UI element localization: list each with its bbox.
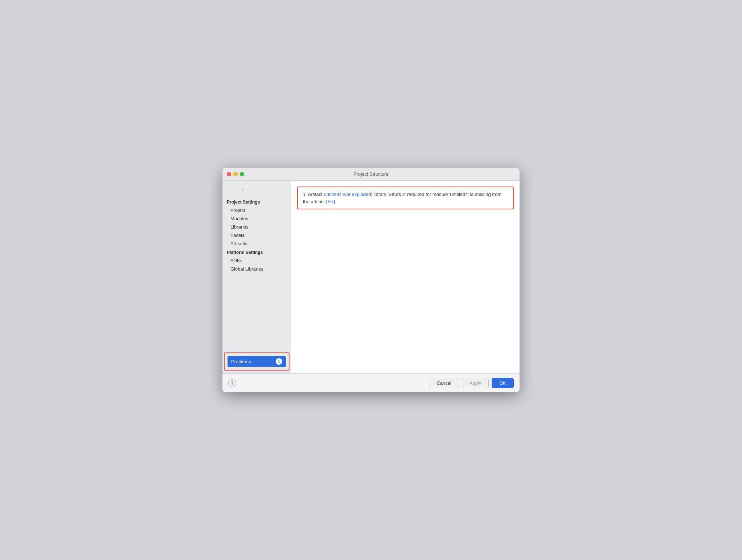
error-banner: 1. Artifact untitled4:war exploded: libr… bbox=[297, 187, 514, 209]
cancel-button[interactable]: Cancel bbox=[429, 378, 459, 388]
titlebar: Project Structure bbox=[222, 168, 520, 181]
problems-label: Problems bbox=[231, 359, 251, 364]
main-content: 1. Artifact untitled4:war exploded: libr… bbox=[291, 181, 520, 373]
sidebar-item-libraries[interactable]: Libraries bbox=[222, 223, 291, 231]
artifact-link[interactable]: untitled4:war exploded bbox=[324, 192, 371, 197]
problems-tab[interactable]: Problems 1 bbox=[228, 356, 286, 367]
sidebar-spacer bbox=[222, 273, 291, 352]
window-title: Project Structure bbox=[354, 171, 389, 177]
sidebar-item-project[interactable]: Project bbox=[222, 206, 291, 214]
sidebar-item-artifacts[interactable]: Artifacts bbox=[222, 239, 291, 248]
ok-button[interactable]: OK bbox=[492, 378, 514, 388]
nav-arrows: ← → bbox=[222, 184, 291, 197]
sidebar-item-facets[interactable]: Facets bbox=[222, 231, 291, 239]
problems-tab-container: Problems 1 bbox=[224, 352, 289, 371]
platform-settings-header: Platform Settings bbox=[222, 248, 291, 256]
close-button[interactable] bbox=[227, 172, 231, 176]
maximize-button[interactable] bbox=[240, 172, 244, 176]
bottom-right: Cancel Apply OK bbox=[429, 378, 514, 388]
apply-button[interactable]: Apply bbox=[462, 378, 489, 388]
forward-button[interactable]: → bbox=[237, 186, 246, 194]
traffic-lights bbox=[227, 172, 244, 176]
project-structure-window: Project Structure ← → Project Settings P… bbox=[222, 168, 520, 392]
problems-badge: 1 bbox=[276, 358, 282, 365]
sidebar-item-sdks[interactable]: SDKs bbox=[222, 256, 291, 265]
bottom-left: ? bbox=[228, 379, 236, 387]
fix-link[interactable]: [Fix] bbox=[326, 199, 335, 204]
content-area: ← → Project Settings Project Modules Lib… bbox=[222, 181, 520, 373]
minimize-button[interactable] bbox=[233, 172, 238, 176]
error-prefix: 1. Artifact bbox=[303, 192, 324, 197]
sidebar-item-global-libraries[interactable]: Global Libraries bbox=[222, 265, 291, 273]
help-button[interactable]: ? bbox=[228, 379, 236, 387]
sidebar-item-modules[interactable]: Modules bbox=[222, 214, 291, 223]
project-settings-header: Project Settings bbox=[222, 197, 291, 206]
sidebar: ← → Project Settings Project Modules Lib… bbox=[222, 181, 291, 373]
back-button[interactable]: ← bbox=[227, 186, 235, 194]
bottom-bar: ? Cancel Apply OK bbox=[222, 373, 520, 392]
